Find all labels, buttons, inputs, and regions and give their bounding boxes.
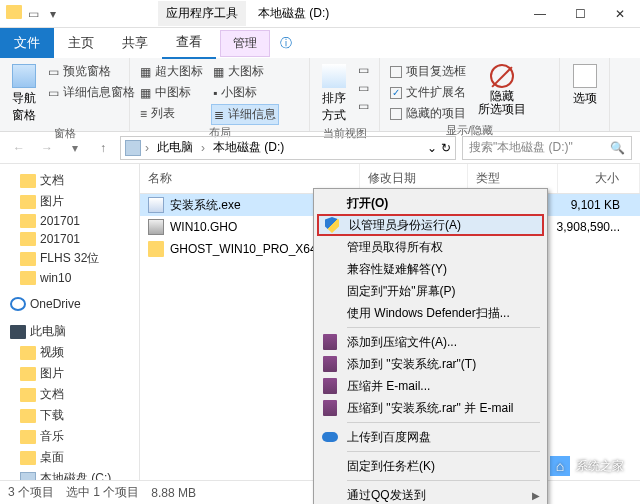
tree-item[interactable]: 本地磁盘 (C:): [4, 468, 135, 480]
folder-icon: [20, 232, 36, 246]
cloud-icon: [321, 428, 339, 446]
close-button[interactable]: ✕: [600, 0, 640, 28]
shield-icon: [325, 217, 339, 233]
context-menu: 打开(O)以管理员身份运行(A)管理员取得所有权兼容性疑难解答(Y)固定到"开始…: [313, 188, 548, 504]
context-menu-item[interactable]: 压缩到 "安装系统.rar" 并 E-mail: [317, 397, 544, 419]
tab-view[interactable]: 查看: [162, 27, 216, 59]
breadcrumb-this-pc[interactable]: 此电脑: [153, 139, 197, 156]
rar-icon: [321, 333, 339, 351]
size-columns-button[interactable]: ▭: [356, 98, 371, 114]
context-menu-item[interactable]: 固定到任务栏(K): [317, 455, 544, 477]
contextual-tab-label: 应用程序工具: [158, 1, 246, 26]
window-icon: [6, 5, 22, 19]
blank-icon: [321, 486, 339, 504]
tab-home[interactable]: 主页: [54, 28, 108, 58]
layout-details[interactable]: ≣ 详细信息: [211, 104, 279, 125]
drive-icon: [125, 140, 141, 156]
hidden-items-toggle[interactable]: 隐藏的项目: [388, 104, 468, 123]
context-menu-item[interactable]: 打开(O): [317, 192, 544, 214]
breadcrumb-drive[interactable]: 本地磁盘 (D:): [209, 139, 288, 156]
qat-new-folder-icon[interactable]: ▾: [44, 5, 62, 23]
maximize-button[interactable]: ☐: [560, 0, 600, 28]
hide-selected-button[interactable]: 隐藏 所选项目: [474, 62, 530, 118]
context-menu-item[interactable]: 压缩并 E-mail...: [317, 375, 544, 397]
navigation-pane-icon: [12, 64, 36, 88]
folder-icon: [20, 388, 36, 402]
context-menu-item[interactable]: 固定到"开始"屏幕(P): [317, 280, 544, 302]
file-extensions-toggle[interactable]: ✓文件扩展名: [388, 83, 468, 102]
group-by-button[interactable]: ▭: [356, 62, 371, 78]
options-button[interactable]: 选项: [568, 62, 601, 109]
tree-item[interactable]: 201701: [4, 212, 135, 230]
folder-icon: [20, 451, 36, 465]
tab-manage[interactable]: 管理: [220, 30, 270, 57]
folder-icon: [20, 195, 36, 209]
context-menu-item[interactable]: 通过QQ发送到▶: [317, 484, 544, 504]
qat-properties-icon[interactable]: ▭: [24, 5, 42, 23]
tree-item[interactable]: 201701: [4, 230, 135, 248]
folder-icon: [20, 271, 36, 285]
search-icon: 🔍: [610, 141, 625, 155]
rar-icon: [323, 334, 337, 350]
tree-item[interactable]: 文档: [4, 170, 135, 191]
back-button[interactable]: ←: [8, 137, 30, 159]
pc-icon: [10, 325, 26, 339]
tree-item[interactable]: 图片: [4, 363, 135, 384]
tree-item[interactable]: 下载: [4, 405, 135, 426]
recent-locations-button[interactable]: ▾: [64, 137, 86, 159]
file-tab[interactable]: 文件: [0, 28, 54, 58]
rar-icon: [321, 355, 339, 373]
navigation-pane-label: 导航窗格: [12, 90, 36, 124]
layout-large[interactable]: ▦ 大图标: [211, 62, 279, 81]
tab-share[interactable]: 共享: [108, 28, 162, 58]
item-checkboxes-toggle[interactable]: 项目复选框: [388, 62, 468, 81]
layout-list[interactable]: ≡ 列表: [138, 104, 205, 123]
tree-item[interactable]: 桌面: [4, 447, 135, 468]
context-menu-item[interactable]: 以管理员身份运行(A): [317, 214, 544, 236]
context-menu-item[interactable]: 添加到压缩文件(A)...: [317, 331, 544, 353]
hide-selected-icon: [490, 64, 514, 88]
preview-pane-button[interactable]: ▭预览窗格: [46, 62, 137, 81]
up-button[interactable]: ↑: [92, 137, 114, 159]
layout-medium[interactable]: ▦ 中图标: [138, 83, 205, 102]
tree-item[interactable]: 此电脑: [4, 321, 135, 342]
tree-item[interactable]: 视频: [4, 342, 135, 363]
ribbon-help-icon[interactable]: ⓘ: [270, 35, 302, 52]
context-menu-item[interactable]: 管理员取得所有权: [317, 236, 544, 258]
watermark: ⌂ 系统之家: [548, 454, 624, 478]
context-menu-item[interactable]: 使用 Windows Defender扫描...: [317, 302, 544, 324]
watermark-icon: ⌂: [548, 454, 572, 478]
address-dropdown-icon[interactable]: ⌄: [427, 141, 437, 155]
cloud-icon: [322, 432, 338, 442]
sort-button[interactable]: 排序方式: [318, 62, 350, 126]
minimize-button[interactable]: —: [520, 0, 560, 28]
rar-icon: [323, 378, 337, 394]
tree-item[interactable]: FLHS 32位: [4, 248, 135, 269]
address-input[interactable]: › 此电脑 › 本地磁盘 (D:) ⌄ ↻: [120, 136, 456, 160]
context-menu-item[interactable]: 上传到百度网盘: [317, 426, 544, 448]
status-item-count: 3 个项目: [8, 484, 54, 501]
add-columns-button[interactable]: ▭: [356, 80, 371, 96]
layout-small[interactable]: ▪ 小图标: [211, 83, 279, 102]
layout-extra-large[interactable]: ▦ 超大图标: [138, 62, 205, 81]
blank-icon: [321, 260, 339, 278]
tree-item[interactable]: 音乐: [4, 426, 135, 447]
column-size[interactable]: 大小: [558, 164, 640, 193]
context-menu-item[interactable]: 添加到 "安装系统.rar"(T): [317, 353, 544, 375]
titlebar: ▭ ▾ 应用程序工具 本地磁盘 (D:) — ☐ ✕: [0, 0, 640, 28]
tree-item[interactable]: 图片: [4, 191, 135, 212]
tree-item[interactable]: 文档: [4, 384, 135, 405]
tree-item[interactable]: win10: [4, 269, 135, 287]
options-icon: [573, 64, 597, 88]
details-pane-button[interactable]: ▭详细信息窗格: [46, 83, 137, 102]
navigation-tree[interactable]: 文档图片201701201701FLHS 32位win10OneDrive此电脑…: [0, 164, 140, 480]
search-input[interactable]: 搜索"本地磁盘 (D:)" 🔍: [462, 136, 632, 160]
navigation-pane-button[interactable]: 导航窗格: [8, 62, 40, 126]
blank-icon: [321, 238, 339, 256]
tree-item[interactable]: OneDrive: [4, 295, 135, 313]
context-menu-item[interactable]: 兼容性疑难解答(Y): [317, 258, 544, 280]
refresh-button[interactable]: ↻: [441, 141, 451, 155]
forward-button[interactable]: →: [36, 137, 58, 159]
blank-icon: [321, 457, 339, 475]
rar-icon: [321, 399, 339, 417]
